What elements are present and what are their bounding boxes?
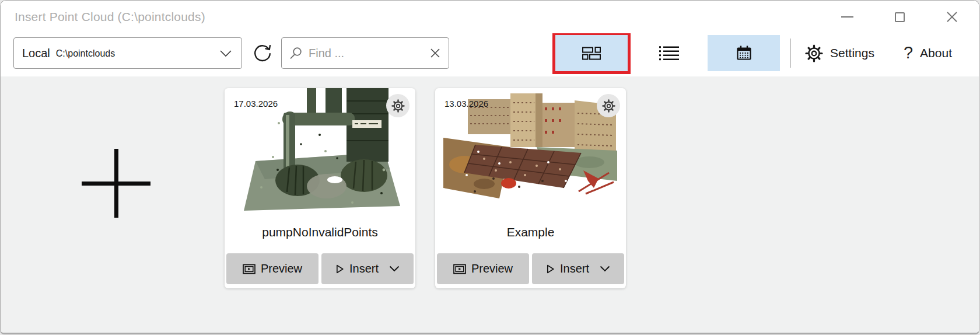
about-label: About <box>920 46 952 60</box>
minimize-icon <box>841 16 853 18</box>
preview-button[interactable]: Preview <box>226 253 318 284</box>
gear-icon <box>602 99 615 113</box>
insert-icon <box>335 264 344 274</box>
close-button[interactable] <box>945 10 959 24</box>
list-view-icon <box>659 45 680 61</box>
clear-search-button[interactable] <box>429 47 442 60</box>
location-label: Local <box>22 47 50 60</box>
point-cloud-card: 13.03.2026 <box>435 88 626 288</box>
calendar-view-button[interactable] <box>708 35 780 71</box>
window-controls <box>840 1 959 33</box>
view-mode-buttons <box>552 32 780 74</box>
gear-icon <box>805 44 823 62</box>
add-point-cloud-dropzone[interactable] <box>82 149 150 218</box>
refresh-button[interactable] <box>250 40 275 66</box>
card-settings-button[interactable] <box>597 94 620 117</box>
insert-button[interactable]: Insert <box>321 253 414 284</box>
toolbar: Local C:\pointclouds <box>1 33 979 76</box>
close-icon <box>946 11 958 23</box>
preview-label: Preview <box>471 262 513 275</box>
question-mark-icon: ? <box>904 44 913 61</box>
chevron-down-icon <box>389 266 400 272</box>
titlebar: Insert Point Cloud (C:\pointclouds) <box>1 1 979 33</box>
calendar-view-icon <box>736 45 752 62</box>
location-dropdown[interactable]: Local C:\pointclouds <box>13 37 242 69</box>
card-thumbnail-area: 13.03.2026 <box>435 88 626 214</box>
plus-icon <box>82 149 150 218</box>
preview-icon <box>453 264 466 274</box>
grid-view-button[interactable] <box>555 35 628 71</box>
preview-button[interactable]: Preview <box>437 253 529 284</box>
point-cloud-card: 17.03.2026 <box>225 88 415 288</box>
card-settings-button[interactable] <box>386 94 410 117</box>
insert-label: Insert <box>560 262 589 275</box>
window-title: Insert Point Cloud (C:\pointclouds) <box>15 10 205 24</box>
insert-point-cloud-window: Insert Point Cloud (C:\pointclouds) Loca… <box>0 0 979 334</box>
about-button[interactable]: ? About <box>901 41 954 65</box>
maximize-icon <box>895 12 905 22</box>
search-box <box>281 37 449 69</box>
location-path: C:\pointclouds <box>56 48 115 59</box>
card-title: pumpNoInvalidPoints <box>225 225 415 239</box>
toolbar-divider <box>790 39 791 68</box>
annotation-red-box <box>552 32 631 74</box>
insert-button[interactable]: Insert <box>532 253 624 284</box>
preview-label: Preview <box>261 262 302 275</box>
card-actions: Preview Insert <box>226 253 414 284</box>
insert-label: Insert <box>349 262 379 275</box>
card-title: Example <box>435 225 626 239</box>
point-cloud-thumbnail-construction-site <box>443 93 618 198</box>
maximize-button[interactable] <box>892 10 907 24</box>
preview-icon <box>243 264 256 274</box>
search-icon <box>289 46 303 60</box>
clear-icon <box>430 48 440 58</box>
search-input[interactable] <box>309 47 429 60</box>
chevron-down-icon <box>600 266 610 272</box>
list-view-button[interactable] <box>633 35 705 71</box>
card-actions: Preview Insert <box>437 253 624 284</box>
insert-icon <box>546 264 555 274</box>
settings-label: Settings <box>830 46 874 60</box>
refresh-icon <box>251 42 274 64</box>
chevron-down-icon <box>219 50 232 57</box>
settings-button[interactable]: Settings <box>803 41 877 66</box>
card-date: 17.03.2026 <box>234 99 278 109</box>
minimize-button[interactable] <box>840 10 854 24</box>
card-thumbnail-area: 17.03.2026 <box>225 88 415 214</box>
card-date: 13.03.2026 <box>444 99 488 109</box>
grid-view-icon <box>582 46 601 60</box>
point-cloud-card-list: 17.03.2026 <box>225 88 626 288</box>
content-area: 17.03.2026 <box>1 76 979 334</box>
gear-icon <box>391 99 405 113</box>
